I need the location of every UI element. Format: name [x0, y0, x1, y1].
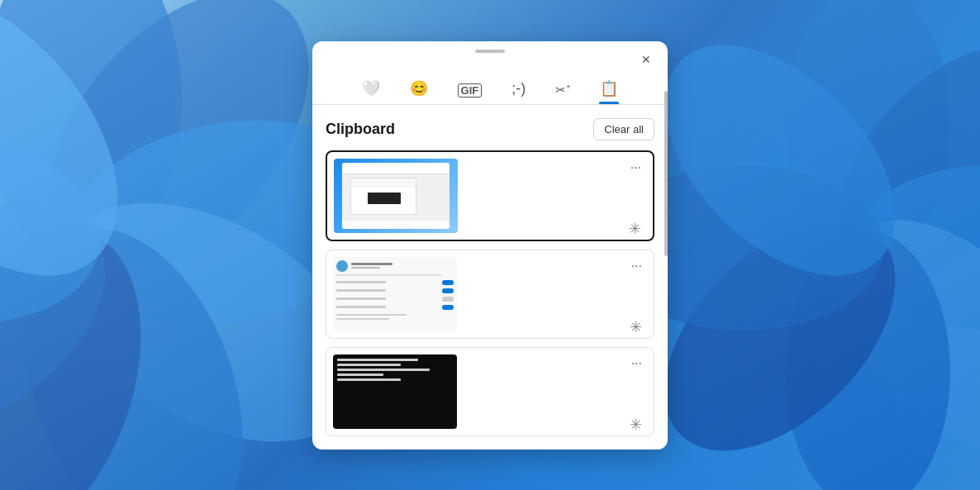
item-3-actions: ··· ✳	[626, 354, 645, 435]
win11-header	[342, 163, 450, 174]
item-1-actions: ··· ✳	[626, 159, 645, 240]
symbols-icon: ✂+	[555, 83, 570, 98]
tab-kaomoji[interactable]: 🤍	[354, 74, 388, 104]
emoji-icon: 😊	[410, 79, 428, 98]
settings-row-3	[336, 296, 454, 302]
settings-rows	[336, 274, 454, 320]
win11-black-bar	[368, 193, 401, 204]
win11-mini-window	[342, 163, 450, 229]
tab-emoticon[interactable]: ;-)	[503, 75, 534, 104]
item-1-pin-button[interactable]: ✳	[626, 218, 645, 240]
terminal-line-1	[337, 359, 418, 361]
clipboard-item-1[interactable]: ··· ✳	[326, 150, 654, 241]
terminal-line-3	[337, 369, 430, 371]
item-2-pin-button[interactable]: ✳	[626, 316, 645, 338]
panel-content: Clipboard Clear all ···	[312, 105, 668, 450]
tab-clipboard[interactable]: 📋	[592, 74, 626, 104]
terminal-line-2	[337, 364, 401, 366]
item-1-more-button[interactable]: ···	[627, 159, 645, 177]
item-2-more-button[interactable]: ···	[628, 257, 645, 275]
kaomoji-icon: 🤍	[362, 79, 380, 98]
gif-icon: GIF	[458, 83, 483, 98]
settings-row-1	[336, 279, 454, 286]
scrollbar-track[interactable]	[663, 91, 668, 450]
item-2-actions: ··· ✳	[626, 257, 645, 338]
panel-header: ✕	[312, 41, 668, 71]
clipboard-panel: ✕ 🤍 😊 GIF ;-) ✂+ 📋 Clipboard Clear all	[312, 41, 668, 450]
settings-mini-header	[336, 260, 392, 272]
settings-row-2	[336, 288, 454, 294]
thumbnail-win11	[334, 159, 458, 233]
tab-gif[interactable]: GIF	[450, 78, 491, 104]
thumbnail-settings	[333, 257, 457, 331]
clear-all-button[interactable]: Clear all	[593, 118, 654, 140]
section-title: Clipboard	[326, 121, 395, 138]
item-3-pin-button[interactable]: ✳	[626, 414, 645, 435]
close-button[interactable]: ✕	[635, 48, 658, 71]
emoticon-icon: ;-)	[511, 80, 526, 98]
win11-taskbar	[342, 221, 450, 229]
clipboard-item-2[interactable]: ··· ✳	[326, 250, 654, 339]
tab-bar: 🤍 😊 GIF ;-) ✂+ 📋	[312, 71, 668, 105]
tab-symbols[interactable]: ✂+	[547, 78, 578, 104]
clipboard-tab-icon: 📋	[600, 79, 618, 98]
thumbnail-terminal	[333, 354, 457, 429]
item-3-more-button[interactable]: ···	[628, 354, 645, 373]
tab-emoji[interactable]: 😊	[402, 74, 436, 104]
section-header: Clipboard Clear all	[326, 118, 654, 140]
clipboard-item-3[interactable]: ··· ✳	[326, 347, 654, 436]
terminal-line-4	[337, 373, 383, 376]
terminal-line-5	[337, 378, 401, 381]
drag-handle	[475, 50, 505, 53]
clipboard-item-inner-3	[326, 348, 654, 435]
settings-avatar	[336, 260, 348, 272]
settings-row-4	[336, 304, 454, 311]
clipboard-item-inner-2	[326, 250, 654, 338]
scrollbar-thumb[interactable]	[664, 91, 668, 256]
win11-inner-window	[350, 178, 416, 215]
win11-inner-header	[351, 178, 416, 187]
clipboard-item-inner-1	[327, 152, 653, 240]
